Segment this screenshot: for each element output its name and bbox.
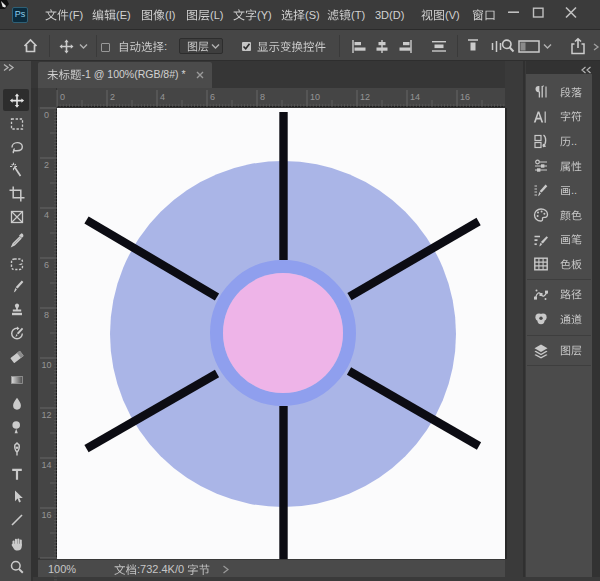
svg-text:8: 8 [44,310,49,320]
svg-text:-1 @ 100%(RGB/8#) *: -1 @ 100%(RGB/8#) * [82,68,186,80]
svg-text::732.4K/0: :732.4K/0 [137,563,184,575]
svg-text:(F): (F) [69,8,83,20]
svg-text:(L): (L) [210,8,223,20]
svg-text:2: 2 [110,92,115,102]
svg-text:6: 6 [44,260,49,270]
svg-text:3D(D): 3D(D) [375,8,404,20]
svg-text:10: 10 [310,92,320,102]
svg-text:0: 0 [60,92,65,102]
svg-text:6: 6 [210,92,215,102]
svg-text:10: 10 [41,360,51,370]
svg-text:14: 14 [410,92,420,102]
svg-text:(I): (I) [165,8,175,20]
svg-text:(E): (E) [116,8,131,20]
svg-text:0: 0 [44,110,49,120]
svg-text:(S): (S) [305,8,320,20]
svg-text:4: 4 [44,210,49,220]
svg-text:(T): (T) [351,8,365,20]
svg-text:16: 16 [41,510,51,520]
svg-text:16: 16 [460,92,470,102]
svg-text:(Y): (Y) [257,8,272,20]
svg-text:2: 2 [44,160,49,170]
svg-text:14: 14 [41,460,51,470]
svg-text:8: 8 [260,92,265,102]
svg-text:..: .. [571,184,577,196]
svg-text::: : [164,40,167,52]
svg-text:(V): (V) [445,8,460,20]
svg-text:100%: 100% [48,563,76,575]
svg-text:12: 12 [41,410,51,420]
svg-text:..: .. [571,134,577,146]
svg-text:12: 12 [360,92,370,102]
svg-text:4: 4 [160,92,165,102]
